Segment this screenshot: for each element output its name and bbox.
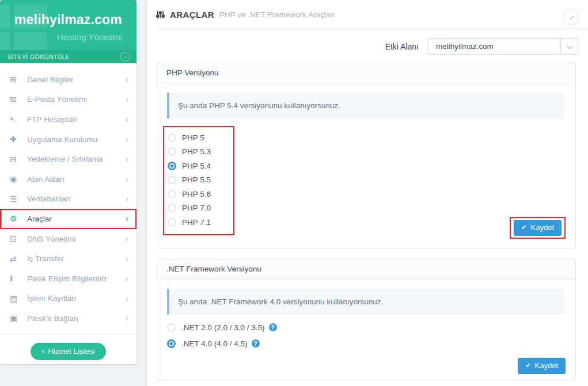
- chevron-left-icon: ‹: [42, 347, 45, 355]
- check-icon: ✔: [521, 224, 526, 231]
- sliders-icon: [156, 10, 165, 19]
- sidebar-item-eposta-yonetimi[interactable]: ✉E-Posta Yönetimi›: [0, 90, 136, 110]
- chevron-right-icon: ›: [126, 214, 128, 223]
- chevron-right-icon: ›: [126, 194, 128, 204]
- domain-select[interactable]: melihyilmaz.com: [428, 38, 578, 55]
- sidebar-item-genel-bilgiler[interactable]: ⊞Genel Bilgiler›: [0, 70, 136, 90]
- sidebar-item-dns-yonetimi[interactable]: ⊡DNS Yönetimi›: [0, 229, 136, 249]
- main-content: ARAÇLAR PHP ve .NET Framework Araçları ↔…: [147, 0, 588, 386]
- chevron-right-icon: ›: [126, 314, 128, 323]
- envelope-icon: ✉: [10, 95, 27, 104]
- chevron-right-icon: ›: [126, 174, 128, 184]
- shield-icon: ✚: [10, 135, 27, 144]
- sidebar-item-yedekleme-sifirlama[interactable]: ⊟Yedekleme / Sıfırlama›: [0, 149, 136, 169]
- radio-button[interactable]: [167, 323, 176, 332]
- php-version-panel: PHP Versiyonu Şu anda PHP 5.4 versiyonun…: [157, 63, 576, 249]
- php-save-row: ✔ Kaydet: [167, 217, 566, 239]
- sidebar-item-label: Alan Adları: [27, 175, 126, 184]
- terminal-icon: >_: [10, 116, 27, 123]
- sidebar-item-plesk-erisim[interactable]: ℹPlesk Erişim Bilgileriniz›: [0, 269, 136, 289]
- list-icon: ▤: [10, 294, 27, 303]
- net-save-row: ✔ Kaydet: [167, 358, 566, 374]
- view-site-label: SİTEYİ GÖRÜNTÜLE: [7, 53, 70, 60]
- brand-domain: melihyilmaz.com: [14, 12, 122, 28]
- sidebar-item-alan-adlari[interactable]: ◉Alan Adları›: [0, 169, 136, 189]
- chevron-right-icon: ›: [126, 114, 128, 124]
- radio-button[interactable]: [168, 175, 176, 184]
- arrow-right-circle-icon: →: [120, 52, 130, 62]
- globe-icon: ◉: [10, 174, 27, 184]
- sidebar-item-label: Uygulama Kurulumu: [27, 135, 126, 144]
- question-circle-icon[interactable]: ?: [269, 323, 277, 331]
- annotation-box: ✔ Kaydet: [510, 217, 566, 239]
- page-header: ARAÇLAR PHP ve .NET Framework Araçları: [156, 0, 588, 29]
- desktop-icon: ▣: [10, 314, 27, 323]
- radio-option-label: PHP 5.6: [182, 190, 211, 198]
- radio-button[interactable]: [168, 204, 176, 212]
- monitor-icon: ⊡: [10, 234, 27, 243]
- sidebar-item-uygulama-kurulumu[interactable]: ✚Uygulama Kurulumu›: [0, 129, 136, 150]
- radio-button[interactable]: [168, 147, 176, 156]
- sidebar-menu: ⊞Genel Bilgiler›✉E-Posta Yönetimi›>_FTP …: [0, 63, 136, 328]
- shuffle-icon: ⇄: [10, 254, 27, 263]
- sidebar-item-label: Plesk Erişim Bilgileriniz: [27, 274, 126, 283]
- domain-select-value: melihyilmaz.com: [428, 42, 560, 51]
- sidebar-item-label: Veritabanları: [27, 194, 126, 203]
- sidebar-item-label: Araçlar: [27, 215, 126, 223]
- net-framework-panel: .NET Framework Versiyonu Şu anda .NET Fr…: [157, 259, 576, 380]
- radio-option-label: .NET 2.0 (2.0 / 3.0 / 3.5): [181, 323, 265, 332]
- radio-option[interactable]: .NET 4.0 (4.0 / 4.5)?: [167, 337, 566, 351]
- brand-logo-square: [0, 5, 10, 29]
- chevron-down-icon: [560, 39, 578, 54]
- sidebar-item-pleske-baglan[interactable]: ▣Plesk'e Bağlan›: [0, 308, 136, 328]
- radio-option[interactable]: PHP 7.0: [168, 201, 230, 216]
- domain-selector-row: Etki Alanı melihyilmaz.com: [147, 38, 578, 55]
- sidebar-item-label: E-Posta Yönetimi: [27, 95, 126, 104]
- chevron-right-icon: ›: [126, 135, 128, 144]
- sidebar-item-veritabanlari[interactable]: ☰Veritabanları›: [0, 189, 136, 209]
- sidebar: melihyilmaz.com Hosting Yönetimi SİTEYİ …: [0, 0, 136, 364]
- radio-button[interactable]: [167, 339, 176, 348]
- radio-button[interactable]: [168, 218, 176, 227]
- net-panel-title: .NET Framework Versiyonu: [157, 259, 575, 280]
- gears-icon: ⚙: [10, 214, 27, 223]
- sidebar-item-araclar[interactable]: ⚙Araçlar›: [0, 209, 136, 229]
- net-panel-body: Şu anda .NET Framework 4.0 versiyonunu k…: [157, 280, 575, 380]
- chevron-right-icon: ›: [126, 155, 128, 164]
- expand-button[interactable]: ↔: [563, 9, 579, 25]
- radio-button[interactable]: [168, 133, 176, 142]
- database-icon: ☰: [10, 194, 27, 204]
- radio-button[interactable]: [168, 162, 176, 170]
- radio-option-label: PHP 7.0: [182, 204, 211, 212]
- check-icon: ✔: [525, 362, 530, 369]
- radio-option[interactable]: .NET 2.0 (2.0 / 3.0 / 3.5)?: [167, 320, 566, 335]
- php-save-button[interactable]: ✔ Kaydet: [514, 220, 562, 236]
- radio-option[interactable]: PHP 5.4: [168, 159, 230, 173]
- question-circle-icon[interactable]: ?: [252, 339, 260, 347]
- chevron-right-icon: ›: [126, 234, 128, 243]
- brand-subtitle: Hosting Yönetimi: [57, 32, 122, 42]
- radio-option-label: PHP 5.4: [182, 162, 211, 170]
- sidebar-item-islem-kayitlari[interactable]: ▤İşlem Kayıtları›: [0, 289, 136, 309]
- view-site-button[interactable]: SİTEYİ GÖRÜNTÜLE →: [0, 50, 136, 63]
- hdd-icon: ⊟: [10, 155, 27, 164]
- sidebar-item-ic-transfer[interactable]: ⇄İç Transfer›: [0, 249, 136, 269]
- sidebar-item-label: DNS Yönetimi: [27, 235, 126, 243]
- chevron-right-icon: ›: [126, 95, 128, 104]
- net-save-label: Kaydet: [535, 361, 558, 370]
- php-panel-body: Şu anda PHP 5.4 versiyonunu kullanıyorsu…: [157, 83, 575, 248]
- radio-button[interactable]: [168, 190, 176, 198]
- net-version-options: .NET 2.0 (2.0 / 3.0 / 3.5)?.NET 4.0 (4.0…: [167, 320, 566, 351]
- radio-option[interactable]: PHP 5.5: [168, 173, 230, 188]
- radio-option-label: PHP 7.1: [182, 218, 211, 227]
- radio-option-label: PHP 5.5: [182, 175, 211, 184]
- sidebar-item-ftp-hesaplari[interactable]: >_FTP Hesapları›: [0, 109, 136, 129]
- service-list-button[interactable]: ‹ Hizmet Listesi: [31, 343, 107, 360]
- radio-option-label: PHP 5.3: [182, 147, 211, 156]
- sidebar-item-label: İşlem Kayıtları: [27, 294, 126, 303]
- sidebar-item-label: Plesk'e Bağlan: [27, 314, 126, 323]
- radio-option[interactable]: PHP 5.6: [168, 187, 230, 201]
- radio-option[interactable]: PHP 5: [168, 131, 230, 145]
- radio-option[interactable]: PHP 5.3: [168, 145, 230, 159]
- net-save-button[interactable]: ✔ Kaydet: [518, 358, 566, 374]
